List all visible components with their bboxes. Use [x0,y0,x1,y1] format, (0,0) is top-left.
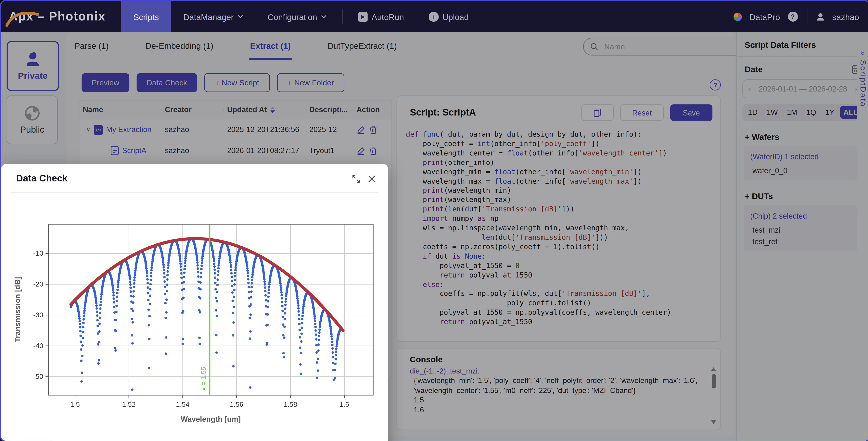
svg-text:-50: -50 [33,373,43,380]
data-check-modal: Data Check x = 1.551.51.521.541.561.581.… [1,164,388,441]
svg-text:1.52: 1.52 [122,401,136,408]
nav-item-configuration[interactable]: Configuration [255,1,339,32]
nav-item-label: DataManager [183,12,234,22]
nav-item-autorun[interactable]: ▶ AutoRun [346,1,416,32]
svg-text:1.54: 1.54 [176,401,190,408]
logo-swoosh-icon [5,8,40,27]
chevron-down-icon [238,14,243,20]
datapro-pie-icon [733,12,742,21]
username[interactable]: sazhao [832,12,859,22]
svg-text:-10: -10 [33,249,43,257]
upload-icon: ↑ [429,11,438,22]
top-navbar: Apx – Photonix Scripts DataManager Confi… [1,1,868,32]
svg-text:-30: -30 [33,311,43,318]
help-icon[interactable]: ? [788,11,798,22]
app-logo: Apx – Photonix [1,1,121,32]
svg-text:1.56: 1.56 [230,401,243,408]
modal-title: Data Check [16,173,67,184]
svg-text:x = 1.55: x = 1.55 [200,367,207,391]
app-window: Apx – Photonix Scripts DataManager Confi… [0,0,868,441]
product-name[interactable]: DataPro [749,12,780,22]
transmission-chart: x = 1.551.51.521.541.561.581.6-10-20-30-… [11,204,377,441]
nav-item-label: Configuration [268,12,317,22]
chevron-down-icon [321,14,327,20]
nav-divider [342,9,343,24]
play-icon: ▶ [358,12,368,22]
svg-text:1.6: 1.6 [339,401,349,408]
svg-text:Transmission [dB]: Transmission [dB] [13,277,22,342]
svg-text:-20: -20 [33,280,43,288]
nav-divider [807,9,807,24]
nav-item-label: Scripts [133,12,159,22]
svg-text:1.5: 1.5 [70,401,80,408]
svg-text:1.58: 1.58 [284,401,297,408]
user-icon [816,12,824,21]
expand-icon[interactable] [352,175,360,183]
logo-text-b: Photonix [49,9,105,24]
svg-text:-40: -40 [33,342,43,349]
nav-item-scripts[interactable]: Scripts [121,1,171,32]
svg-text:Wavelength [um]: Wavelength [um] [181,415,241,423]
nav-item-datamanager[interactable]: DataManager [171,1,255,32]
navbar-right: DataPro ? sazhao [733,1,868,32]
nav-item-label: Upload [442,12,469,22]
close-icon[interactable] [368,175,376,183]
modal-divider [11,192,378,193]
chart-svg: x = 1.551.51.521.541.561.581.6-10-20-30-… [11,204,377,440]
nav-item-label: AutoRun [372,12,404,22]
nav-item-upload[interactable]: ↑ Upload [416,1,481,32]
